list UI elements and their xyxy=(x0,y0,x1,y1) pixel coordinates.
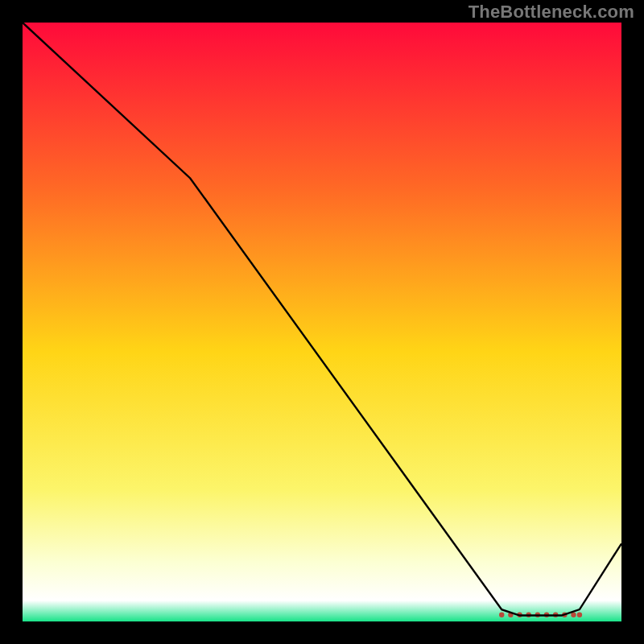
plot-frame xyxy=(23,23,621,621)
dot xyxy=(577,613,582,617)
chart-page: TheBottleneck.com xyxy=(0,0,644,644)
dot xyxy=(499,613,504,617)
chart-svg xyxy=(23,23,621,621)
watermark-label: TheBottleneck.com xyxy=(469,2,634,23)
gradient-background xyxy=(23,23,621,621)
